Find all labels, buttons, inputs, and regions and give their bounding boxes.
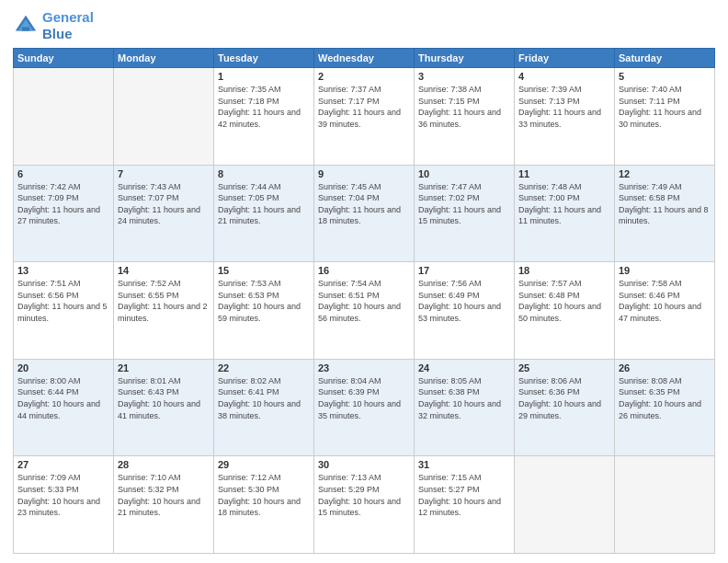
day-number: 5 bbox=[619, 71, 711, 82]
day-number: 3 bbox=[418, 71, 510, 82]
logo-icon bbox=[13, 13, 39, 39]
day-info: Sunrise: 7:42 AMSunset: 7:09 PMDaylight:… bbox=[17, 181, 109, 227]
day-info: Sunrise: 7:52 AMSunset: 6:55 PMDaylight:… bbox=[118, 278, 210, 324]
calendar-day-cell: 18Sunrise: 7:57 AMSunset: 6:48 PMDayligh… bbox=[515, 262, 615, 360]
day-info: Sunrise: 7:12 AMSunset: 5:30 PMDaylight:… bbox=[218, 472, 310, 518]
day-number: 19 bbox=[619, 265, 711, 276]
calendar-day-cell: 9Sunrise: 7:45 AMSunset: 7:04 PMDaylight… bbox=[314, 165, 415, 262]
day-info: Sunrise: 7:13 AMSunset: 5:29 PMDaylight:… bbox=[318, 472, 410, 518]
day-number: 26 bbox=[619, 362, 711, 373]
calendar-day-cell: 14Sunrise: 7:52 AMSunset: 6:55 PMDayligh… bbox=[114, 262, 214, 360]
calendar-day-cell: 28Sunrise: 7:10 AMSunset: 5:32 PMDayligh… bbox=[114, 456, 214, 554]
calendar-day-cell: 6Sunrise: 7:42 AMSunset: 7:09 PMDaylight… bbox=[14, 165, 114, 262]
header: General Blue bbox=[13, 9, 715, 42]
calendar-day-cell: 26Sunrise: 8:08 AMSunset: 6:35 PMDayligh… bbox=[615, 359, 715, 456]
day-number: 2 bbox=[318, 71, 410, 82]
calendar-day-cell: 2Sunrise: 7:37 AMSunset: 7:17 PMDaylight… bbox=[314, 68, 415, 166]
day-number: 1 bbox=[218, 71, 310, 82]
empty-cell bbox=[615, 456, 715, 554]
page: General Blue SundayMondayTuesdayWednesda… bbox=[0, 0, 728, 563]
calendar-day-cell: 7Sunrise: 7:43 AMSunset: 7:07 PMDaylight… bbox=[114, 165, 214, 262]
logo-text: General Blue bbox=[42, 9, 94, 42]
calendar-day-cell: 13Sunrise: 7:51 AMSunset: 6:56 PMDayligh… bbox=[14, 262, 114, 360]
day-info: Sunrise: 7:48 AMSunset: 7:00 PMDaylight:… bbox=[518, 181, 610, 227]
day-info: Sunrise: 8:06 AMSunset: 6:36 PMDaylight:… bbox=[518, 375, 610, 421]
day-info: Sunrise: 8:08 AMSunset: 6:35 PMDaylight:… bbox=[619, 375, 711, 421]
day-info: Sunrise: 7:47 AMSunset: 7:02 PMDaylight:… bbox=[418, 181, 510, 227]
calendar-day-cell: 24Sunrise: 8:05 AMSunset: 6:38 PMDayligh… bbox=[415, 359, 515, 456]
day-info: Sunrise: 7:54 AMSunset: 6:51 PMDaylight:… bbox=[318, 278, 410, 324]
day-info: Sunrise: 7:58 AMSunset: 6:46 PMDaylight:… bbox=[619, 278, 711, 324]
day-info: Sunrise: 8:01 AMSunset: 6:43 PMDaylight:… bbox=[118, 375, 210, 421]
logo: General Blue bbox=[13, 9, 94, 42]
day-info: Sunrise: 7:10 AMSunset: 5:32 PMDaylight:… bbox=[118, 472, 210, 518]
day-number: 13 bbox=[17, 265, 109, 276]
svg-rect-2 bbox=[22, 27, 29, 30]
day-info: Sunrise: 7:49 AMSunset: 6:58 PMDaylight:… bbox=[619, 181, 711, 227]
day-info: Sunrise: 7:15 AMSunset: 5:27 PMDaylight:… bbox=[418, 472, 510, 518]
calendar-day-cell: 29Sunrise: 7:12 AMSunset: 5:30 PMDayligh… bbox=[214, 456, 314, 554]
calendar-week-row: 27Sunrise: 7:09 AMSunset: 5:33 PMDayligh… bbox=[14, 456, 715, 554]
calendar-day-cell: 3Sunrise: 7:38 AMSunset: 7:15 PMDaylight… bbox=[415, 68, 515, 166]
calendar-table: SundayMondayTuesdayWednesdayThursdayFrid… bbox=[13, 48, 715, 554]
calendar-day-cell: 20Sunrise: 8:00 AMSunset: 6:44 PMDayligh… bbox=[14, 359, 114, 456]
day-header-friday: Friday bbox=[515, 49, 615, 68]
calendar-day-cell: 4Sunrise: 7:39 AMSunset: 7:13 PMDaylight… bbox=[515, 68, 615, 166]
day-header-thursday: Thursday bbox=[415, 49, 515, 68]
day-info: Sunrise: 7:43 AMSunset: 7:07 PMDaylight:… bbox=[118, 181, 210, 227]
calendar-day-cell: 21Sunrise: 8:01 AMSunset: 6:43 PMDayligh… bbox=[114, 359, 214, 456]
day-number: 27 bbox=[17, 459, 109, 470]
day-number: 14 bbox=[118, 265, 210, 276]
calendar-day-cell: 17Sunrise: 7:56 AMSunset: 6:49 PMDayligh… bbox=[415, 262, 515, 360]
calendar-week-row: 6Sunrise: 7:42 AMSunset: 7:09 PMDaylight… bbox=[14, 165, 715, 262]
day-number: 6 bbox=[17, 168, 109, 179]
day-header-saturday: Saturday bbox=[615, 49, 715, 68]
day-info: Sunrise: 7:37 AMSunset: 7:17 PMDaylight:… bbox=[318, 84, 410, 130]
day-info: Sunrise: 8:04 AMSunset: 6:39 PMDaylight:… bbox=[318, 375, 410, 421]
day-info: Sunrise: 7:51 AMSunset: 6:56 PMDaylight:… bbox=[17, 278, 109, 324]
calendar-day-cell: 8Sunrise: 7:44 AMSunset: 7:05 PMDaylight… bbox=[214, 165, 314, 262]
calendar-day-cell: 22Sunrise: 8:02 AMSunset: 6:41 PMDayligh… bbox=[214, 359, 314, 456]
day-number: 24 bbox=[418, 362, 510, 373]
calendar-day-cell: 1Sunrise: 7:35 AMSunset: 7:18 PMDaylight… bbox=[214, 68, 314, 166]
calendar-day-cell: 16Sunrise: 7:54 AMSunset: 6:51 PMDayligh… bbox=[314, 262, 415, 360]
day-number: 28 bbox=[118, 459, 210, 470]
day-info: Sunrise: 8:05 AMSunset: 6:38 PMDaylight:… bbox=[418, 375, 510, 421]
calendar-day-cell: 23Sunrise: 8:04 AMSunset: 6:39 PMDayligh… bbox=[314, 359, 415, 456]
day-info: Sunrise: 8:00 AMSunset: 6:44 PMDaylight:… bbox=[17, 375, 109, 421]
day-info: Sunrise: 7:39 AMSunset: 7:13 PMDaylight:… bbox=[518, 84, 610, 130]
day-number: 11 bbox=[518, 168, 610, 179]
day-number: 29 bbox=[218, 459, 310, 470]
calendar-day-cell: 11Sunrise: 7:48 AMSunset: 7:00 PMDayligh… bbox=[515, 165, 615, 262]
day-number: 4 bbox=[518, 71, 610, 82]
day-number: 7 bbox=[118, 168, 210, 179]
day-number: 25 bbox=[518, 362, 610, 373]
calendar-day-cell: 31Sunrise: 7:15 AMSunset: 5:27 PMDayligh… bbox=[415, 456, 515, 554]
day-info: Sunrise: 7:57 AMSunset: 6:48 PMDaylight:… bbox=[518, 278, 610, 324]
day-number: 15 bbox=[218, 265, 310, 276]
day-number: 30 bbox=[318, 459, 410, 470]
day-header-wednesday: Wednesday bbox=[314, 49, 415, 68]
day-number: 17 bbox=[418, 265, 510, 276]
day-number: 21 bbox=[118, 362, 210, 373]
day-number: 22 bbox=[218, 362, 310, 373]
calendar-day-cell: 5Sunrise: 7:40 AMSunset: 7:11 PMDaylight… bbox=[615, 68, 715, 166]
day-info: Sunrise: 7:45 AMSunset: 7:04 PMDaylight:… bbox=[318, 181, 410, 227]
day-number: 23 bbox=[318, 362, 410, 373]
empty-cell bbox=[14, 68, 114, 166]
day-number: 9 bbox=[318, 168, 410, 179]
day-number: 16 bbox=[318, 265, 410, 276]
day-info: Sunrise: 7:35 AMSunset: 7:18 PMDaylight:… bbox=[218, 84, 310, 130]
empty-cell bbox=[114, 68, 214, 166]
day-header-monday: Monday bbox=[114, 49, 214, 68]
day-info: Sunrise: 7:09 AMSunset: 5:33 PMDaylight:… bbox=[17, 472, 109, 518]
calendar-day-cell: 25Sunrise: 8:06 AMSunset: 6:36 PMDayligh… bbox=[515, 359, 615, 456]
day-info: Sunrise: 8:02 AMSunset: 6:41 PMDaylight:… bbox=[218, 375, 310, 421]
empty-cell bbox=[515, 456, 615, 554]
calendar-day-cell: 10Sunrise: 7:47 AMSunset: 7:02 PMDayligh… bbox=[415, 165, 515, 262]
day-number: 8 bbox=[218, 168, 310, 179]
day-info: Sunrise: 7:44 AMSunset: 7:05 PMDaylight:… bbox=[218, 181, 310, 227]
calendar-day-cell: 15Sunrise: 7:53 AMSunset: 6:53 PMDayligh… bbox=[214, 262, 314, 360]
day-header-sunday: Sunday bbox=[14, 49, 114, 68]
calendar-week-row: 20Sunrise: 8:00 AMSunset: 6:44 PMDayligh… bbox=[14, 359, 715, 456]
